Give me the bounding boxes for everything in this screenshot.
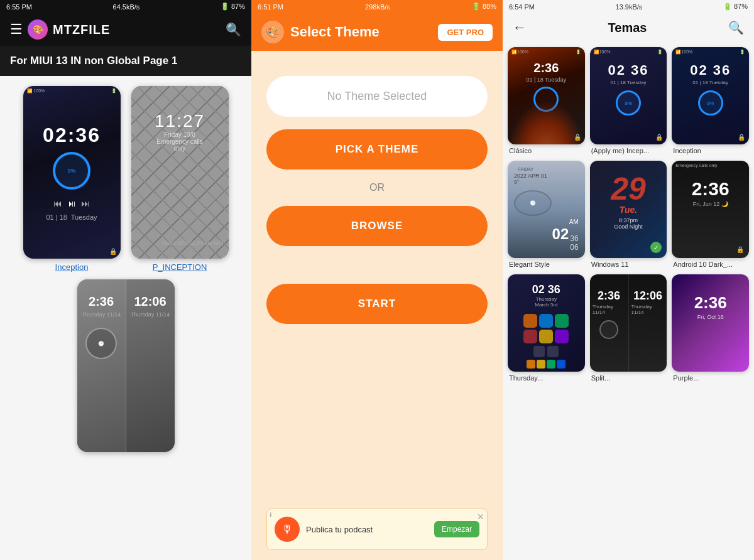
panel3-status-battery: 🔋 87% (723, 3, 748, 11)
inception-time: 02:36 (43, 124, 101, 147)
theme-item-apply-incep[interactable]: 📶100% 🔋 02 36 01 | 18 Tuesday 9% 🔒 (Appl… (590, 47, 667, 154)
panel3-status-time: 6:54 PM (509, 3, 535, 11)
back-button[interactable]: ← (513, 19, 527, 36)
theme-name-purple: Purple... (672, 374, 749, 382)
theme-thumb-elegant: FRIDAY 2022 APR 01 9° 🕑 AM 02 36 06 (508, 161, 585, 258)
theme-preview-friday: 2:36 Thursday 11/14 🕑 12:06 Thursday 11/… (77, 279, 175, 452)
theme-name-launcher: Thursday... (508, 374, 585, 382)
theme-thumb-inception: 📶100% 🔋 02 36 01 | 18 Tuesday 9% 🔒 (672, 47, 749, 144)
p-clock-em: Friday 10/8 (155, 131, 205, 138)
or-label: OR (369, 182, 385, 193)
panel1-header-title: ☰ 🎨 MTZFILE (10, 19, 110, 40)
clasico-time: 2:36 (533, 61, 559, 75)
panel2-header: 🎨 Select Theme GET PRO (251, 13, 503, 51)
panel2-status-time: 6:51 PM (258, 3, 283, 11)
split-thumb-right-time: 12:06 (633, 289, 662, 303)
theme-thumb-launcher: 02 36 Thursday March 3rd (508, 274, 585, 372)
palette-icon: 🎨 (261, 21, 284, 43)
theme-name-apply-incep: (Apply me) Incep... (590, 147, 667, 154)
theme-thumb-windows: 29 Tue. 8:37pm Good Night ✓ (590, 161, 667, 258)
panel-temas: 6:54 PM 13.9kB/s 🔋 87% ← Temas 🔍 📶100% 🔋… (503, 0, 754, 560)
inception-circle: 9% (53, 152, 90, 190)
clasico-status: 📶100% 🔋 (508, 50, 585, 55)
android-status: Emergency calls only (672, 163, 749, 168)
theme-label-p-inception: P_INCEPTION (153, 262, 207, 272)
ad-close-icon[interactable]: ✕ (477, 512, 484, 522)
app-name-label: MTZFILE (53, 23, 110, 37)
theme-thumb-apply-incep: 📶100% 🔋 02 36 01 | 18 Tuesday 9% 🔒 (590, 47, 667, 144)
theme-card-p-inception[interactable]: 11:27 Friday 10/8 Emergency calls only A… (129, 86, 230, 272)
theme-item-inception[interactable]: 📶100% 🔋 02 36 01 | 18 Tuesday 9% 🔒 Incep… (672, 47, 749, 154)
themes-row-3: 02 36 Thursday March 3rd (508, 274, 749, 382)
theme-card-inception[interactable]: 📶 100% 🔋 02:36 9% ⏮ ⏯ ⏭ 01 | 18 (21, 86, 122, 272)
browse-button[interactable]: BROWSE (266, 206, 488, 246)
ad-text: Publica tu podcast (306, 525, 428, 534)
friday-split-right: 12:06 Thursday 11/14 (126, 279, 175, 452)
inception-clock: 02:36 9% ⏮ ⏯ ⏭ 01 | 18 Tuesday (23, 114, 121, 231)
p-inception-clock: 11:27 Friday 10/8 Emergency calls only (155, 111, 205, 152)
panel3-title: Temas (608, 21, 647, 35)
panel3-search-icon[interactable]: 🔍 (728, 20, 744, 35)
split-thumb-right: 12:06 Thursday 11/14 (629, 274, 667, 372)
friday-time-left: 2:36 (89, 294, 114, 309)
app-logo-icon: 🎨 (28, 19, 48, 40)
apply-incep-status: 📶100% 🔋 (590, 50, 667, 55)
theme-item-purple[interactable]: 2:36 Fri, Oct 16 Purple... (672, 274, 749, 382)
ad-banner: ℹ ✕ 🎙 Publica tu podcast Empezar (266, 509, 488, 550)
start-button[interactable]: START (266, 284, 488, 324)
panel3-themes-grid: 📶100% 🔋 2:36 01 | 18 Tuesday 🔒 Clásico 📶… (503, 42, 754, 560)
theme-preview-inception: 📶 100% 🔋 02:36 9% ⏮ ⏯ ⏭ 01 | 18 (23, 86, 121, 259)
inception-status-bar: 📶 100% 🔋 (23, 89, 121, 94)
no-theme-box: No Theme Selected (266, 76, 488, 117)
panel1-content: 📶 100% 🔋 02:36 9% ⏮ ⏯ ⏭ 01 | 18 (0, 76, 251, 560)
pick-theme-button[interactable]: PICK A THEME (266, 129, 488, 170)
get-pro-button[interactable]: GET PRO (438, 24, 493, 41)
theme-grid-row1: 📶 100% 🔋 02:36 9% ⏮ ⏯ ⏭ 01 | 18 (10, 86, 241, 272)
theme-preview-p-inception: 11:27 Friday 10/8 Emergency calls only A… (131, 86, 229, 259)
panel2-body: No Theme Selected PICK A THEME OR BROWSE… (251, 51, 503, 560)
panel1-search-icon[interactable]: 🔍 (226, 22, 241, 37)
panel3-status-data: 13.9kB/s (616, 3, 643, 11)
panel-mtzfile: 6:55 PM 64.5kB/s 🔋 87% ☰ 🎨 MTZFILE 🔍 For… (0, 0, 251, 560)
split-thumb-left-time: 2:36 (598, 289, 620, 303)
ad-start-button[interactable]: Empezar (434, 521, 479, 537)
panel2-status-data: 298kB/s (365, 3, 390, 11)
theme-label-inception: Inception (55, 262, 89, 272)
theme-item-elegant[interactable]: FRIDAY 2022 APR 01 9° 🕑 AM 02 36 06 (508, 161, 585, 268)
panel2-header-left: 🎨 Select Theme (261, 21, 380, 43)
panel3-header: ← Temas 🔍 (503, 13, 754, 42)
theme-item-launcher[interactable]: 02 36 Thursday March 3rd (508, 274, 585, 382)
theme-item-android10[interactable]: Emergency calls only 2:36 Fri, Jun 12 🌙 … (672, 161, 749, 268)
panel2-status-battery: 🔋 88% (472, 3, 496, 11)
theme-item-clasico[interactable]: 📶100% 🔋 2:36 01 | 18 Tuesday 🔒 Clásico (508, 47, 585, 154)
theme-name-clasico: Clásico (508, 147, 585, 154)
themes-row-2: FRIDAY 2022 APR 01 9° 🕑 AM 02 36 06 (508, 161, 749, 268)
panel2-title: Select Theme (290, 24, 380, 40)
theme-grid-row2: 2:36 Thursday 11/14 🕑 12:06 Thursday 11/… (10, 279, 241, 452)
inception-status: 📶100% 🔋 (672, 50, 749, 55)
themes-row-1: 📶100% 🔋 2:36 01 | 18 Tuesday 🔒 Clásico 📶… (508, 47, 749, 154)
panel-select-theme: 6:51 PM 298kB/s 🔋 88% 🎨 Select Theme GET… (251, 0, 503, 560)
theme-item-split[interactable]: 2:36 Thursday 11/14 12:06 Thursday 11/14… (590, 274, 667, 382)
hamburger-icon[interactable]: ☰ (10, 21, 23, 38)
theme-thumb-clasico: 📶100% 🔋 2:36 01 | 18 Tuesday 🔒 (508, 47, 585, 144)
panel1-status-battery: 🔋 87% (221, 3, 245, 11)
p-clock-time: 11:27 (155, 111, 205, 131)
inception-date: 01 | 18 Tuesday (46, 213, 97, 221)
theme-name-android10: Android 10 Dark_... (672, 261, 749, 268)
panel1-header: ☰ 🎨 MTZFILE 🔍 (0, 13, 251, 46)
theme-card-friday[interactable]: 2:36 Thursday 11/14 🕑 12:06 Thursday 11/… (75, 279, 176, 452)
windows-applied-check: ✓ (650, 242, 662, 253)
theme-item-windows[interactable]: 29 Tue. 8:37pm Good Night ✓ Windows 11 (590, 161, 667, 268)
panel1-statusbar: 6:55 PM 64.5kB/s 🔋 87% (0, 0, 251, 13)
theme-name-inception: Inception (672, 147, 749, 154)
theme-thumb-split: 2:36 Thursday 11/14 12:06 Thursday 11/14 (590, 274, 667, 372)
friday-time-right: 12:06 (134, 294, 166, 309)
p-clock-emergency: Emergency calls only (155, 138, 205, 152)
panel1-status-data: 64.5kB/s (113, 3, 140, 11)
panel1-subtitle: For MIUI 13 IN non Global Page 1 (0, 46, 251, 76)
theme-name-elegant: Elegant Style (508, 261, 585, 268)
theme-thumb-purple: 2:36 Fri, Oct 16 (672, 274, 749, 372)
ad-icon: 🎙 (275, 517, 300, 542)
friday-split-left: 2:36 Thursday 11/14 🕑 (77, 279, 126, 452)
